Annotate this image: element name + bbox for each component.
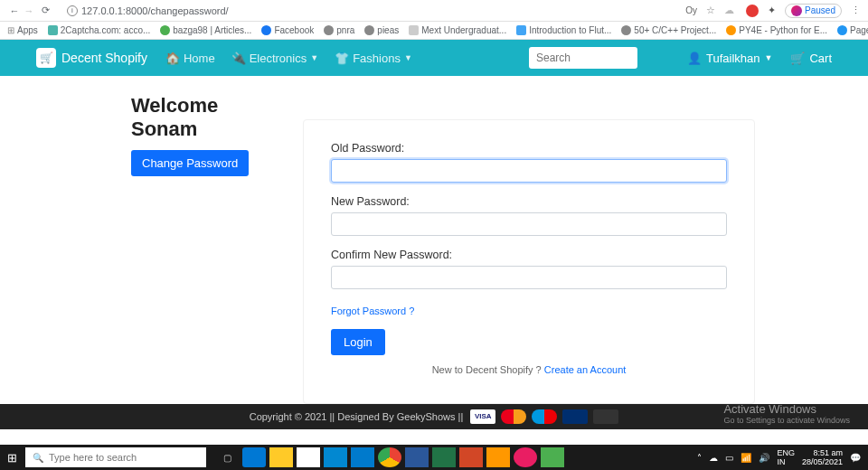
visa-icon: VISA (470, 409, 495, 424)
plug-icon: 🔌 (231, 52, 246, 65)
nav-electronics[interactable]: 🔌Electronics▼ (231, 52, 319, 65)
translate-icon[interactable]: Oy (685, 5, 697, 15)
bookmark-item[interactable]: 50+ C/C++ Project... (621, 25, 716, 35)
home-icon: 🏠 (165, 52, 180, 65)
search-box[interactable] (529, 47, 637, 69)
menu-icon[interactable]: ⋮ (851, 5, 861, 16)
reload-button[interactable]: ⟳ (42, 5, 56, 16)
app-navbar: 🛒 Decent Shopify 🏠Home 🔌Electronics▼ 👕Fa… (0, 40, 868, 76)
cloud-icon[interactable]: ☁ (724, 5, 737, 17)
extension-icon[interactable] (746, 5, 759, 17)
user-menu[interactable]: 👤Tufailkhan▼ (687, 52, 772, 65)
nav-fashions[interactable]: 👕Fashions▼ (335, 52, 412, 65)
app2-icon[interactable] (514, 447, 537, 467)
bookmark-item[interactable]: Introduction to Flut... (516, 25, 611, 35)
brand[interactable]: 🛒 Decent Shopify (36, 48, 147, 68)
main-content: Welcome Sonam Change Password Old Passwo… (0, 76, 868, 404)
explorer-icon[interactable] (269, 447, 293, 467)
paytm-icon (562, 409, 588, 424)
activate-windows-watermark: Activate Windows Go to Settings to activ… (723, 402, 850, 425)
task-view-icon[interactable]: ▢ (215, 447, 239, 467)
notification-icon[interactable]: 💬 (850, 453, 861, 463)
chevron-down-icon: ▼ (404, 53, 412, 62)
bookmark-item[interactable]: Facebook (261, 25, 314, 35)
edge-icon[interactable] (242, 447, 266, 467)
wifi-icon[interactable]: 📶 (741, 453, 751, 463)
word-icon[interactable] (405, 447, 429, 467)
chevron-down-icon: ▼ (765, 53, 773, 62)
old-password-input[interactable] (331, 159, 727, 183)
new-password-input[interactable] (331, 212, 727, 236)
volume-icon[interactable]: 🔊 (759, 453, 769, 463)
login-button[interactable]: Login (331, 329, 385, 355)
password-form-card: Old Password: New Password: Confirm New … (303, 119, 755, 404)
browser-toolbar: ← → ⟳ i 127.0.0.1:8000/changepassword/ O… (0, 0, 868, 22)
copyright-text: Copyright © 2021 || Designed By GeekySho… (250, 411, 464, 422)
brand-logo-icon: 🛒 (36, 48, 56, 68)
cloud-tray-icon[interactable]: ☁ (709, 453, 718, 463)
apps-button[interactable]: ⊞Apps (7, 25, 38, 35)
create-account-link[interactable]: Create an Account (544, 364, 627, 375)
shirt-icon: 👕 (335, 52, 349, 65)
language-indicator[interactable]: ENG IN (777, 448, 795, 466)
start-button[interactable]: ⊞ (0, 451, 24, 465)
url-text: 127.0.0.1:8000/changepassword/ (81, 5, 229, 16)
forgot-password-link[interactable]: Forgot Password ? (331, 306, 414, 316)
confirm-password-label: Confirm New Password: (331, 249, 727, 261)
tray-up-icon[interactable]: ˄ (697, 453, 702, 463)
cart-link[interactable]: 🛒Cart (790, 52, 832, 65)
bookmark-item[interactable]: bazga98 | Articles... (160, 25, 251, 35)
excel-icon[interactable] (432, 447, 456, 467)
taskbar-search-input[interactable] (49, 452, 199, 463)
nav-home[interactable]: 🏠Home (165, 52, 215, 65)
forward-button[interactable]: → (22, 5, 36, 16)
cart-icon: 🛒 (790, 52, 805, 65)
bookmark-item[interactable]: pnra (324, 25, 354, 35)
star-icon[interactable]: ☆ (706, 5, 715, 16)
store-icon[interactable] (297, 447, 320, 467)
vscode-icon[interactable] (351, 447, 374, 467)
change-password-button[interactable]: Change Password (131, 150, 249, 176)
bookmark-item[interactable]: Page not found at / (837, 25, 868, 35)
search-icon: 🔍 (33, 453, 43, 463)
user-icon: 👤 (687, 52, 702, 65)
confirm-password-input[interactable] (331, 266, 727, 289)
avatar-icon (791, 5, 802, 16)
app3-icon[interactable] (541, 447, 564, 467)
page-title: Welcome Sonam (131, 94, 285, 141)
bookmark-item[interactable]: Mext Undergraduat... (409, 25, 506, 35)
puzzle-icon[interactable]: ✦ (768, 5, 776, 16)
old-password-label: Old Password: (331, 142, 727, 155)
maestro-icon (532, 409, 557, 424)
taskbar-search[interactable]: 🔍 (25, 447, 206, 467)
bookmark-item[interactable]: 2Captcha.com: acco... (48, 25, 151, 35)
windows-taskbar: ⊞ 🔍 ▢ ˄ ☁ ▭ 📶 🔊 ENG IN 8:51 am 28/05/202… (0, 445, 868, 470)
site-info-icon: i (67, 5, 78, 16)
new-password-label: New Password: (331, 195, 727, 208)
bookmarks-bar: ⊞Apps 2Captcha.com: acco... bazga98 | Ar… (0, 22, 868, 40)
chevron-down-icon: ▼ (310, 53, 318, 62)
bookmark-item[interactable]: pieas (364, 25, 399, 35)
sublime-icon[interactable] (486, 447, 510, 467)
bookmark-item[interactable]: PY4E - Python for E... (726, 25, 827, 35)
address-bar[interactable]: i 127.0.0.1:8000/changepassword/ (67, 5, 229, 16)
search-input[interactable] (536, 52, 630, 64)
upi-icon (593, 409, 618, 424)
app-icon[interactable] (324, 447, 347, 467)
profile-paused[interactable]: Paused (785, 4, 842, 18)
chrome-icon[interactable] (378, 447, 401, 467)
powerpoint-icon[interactable] (459, 447, 483, 467)
mastercard-icon (501, 409, 526, 424)
back-button[interactable]: ← (7, 5, 22, 16)
clock[interactable]: 8:51 am 28/05/2021 (802, 448, 843, 466)
battery-icon[interactable]: ▭ (725, 453, 733, 463)
signup-line: New to Decent Shopify ? Create an Accoun… (331, 364, 727, 375)
